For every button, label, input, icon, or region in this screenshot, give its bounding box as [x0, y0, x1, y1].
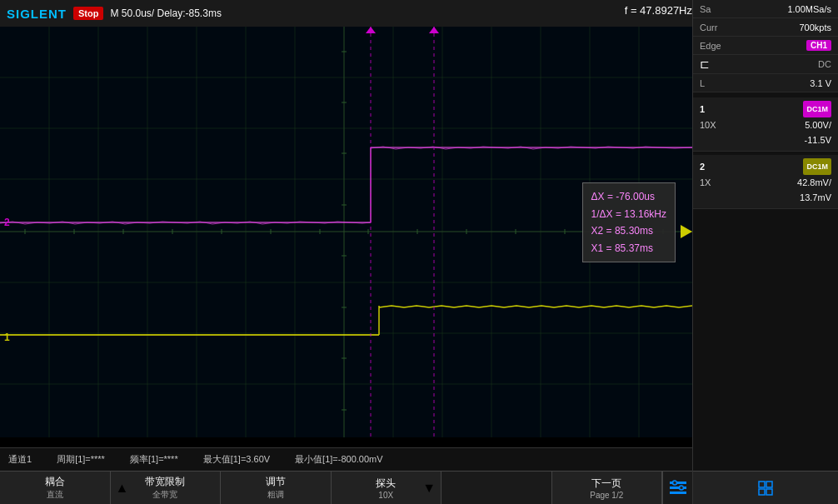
ch1-marker: 2	[2, 216, 12, 229]
svg-rect-54	[759, 489, 765, 495]
coupling-button[interactable]: 耦合 直流	[0, 472, 111, 504]
right-panel-bottom	[693, 471, 838, 504]
ch2-marker: 1	[2, 331, 12, 344]
freq-display: f = 47.8927Hz	[625, 4, 692, 17]
curr-row: Curr 700kpts	[693, 18, 838, 37]
status-bar: 通道1 周期[1]=**** 频率[1]=**** 最大值[1]=3.60V 最…	[0, 447, 692, 471]
bw-limit-button[interactable]: ▲ 带宽限制 全带宽	[111, 472, 222, 504]
next-page-button[interactable]: 下一页 Page 1/2	[552, 472, 663, 504]
svg-rect-52	[759, 482, 765, 487]
cursor-tooltip: ΔX = -76.00us 1/ΔX = 13.16kHz X2 = 85.30…	[582, 182, 676, 262]
svg-rect-55	[766, 489, 772, 495]
status-badge: Stop	[73, 7, 103, 20]
ch1-section: 1 DC1M 10X 5.00V/ -11.5V	[693, 97, 838, 152]
corner-icon	[662, 472, 692, 504]
svg-point-59	[672, 481, 676, 485]
adjust-button[interactable]: 调节 粗调	[221, 472, 332, 504]
spacer-button	[441, 472, 552, 504]
grid-icon	[757, 480, 774, 497]
level-row: L 3.1 V	[693, 74, 838, 92]
timebase-info: M 50.0us/ Delay:-85.3ms	[110, 7, 221, 19]
settings-icon	[668, 478, 688, 498]
probe-button[interactable]: ▼ 探头 10X	[332, 472, 442, 504]
ch2-section: 2 DC1M 1X 42.8mV/ 13.7mV	[693, 155, 838, 209]
edge-row: Edge CH1	[693, 37, 838, 55]
svg-rect-58	[670, 492, 686, 494]
siglent-logo: SIGLENT	[7, 7, 67, 21]
right-panel: Sa 1.00MSa/s Curr 700kpts Edge CH1 ⊏ DC …	[692, 0, 838, 504]
scope-area: 2 1 ΔX = -76.00us 1/ΔX = 13.16kHz X2 = 8…	[0, 27, 692, 437]
up-arrow-icon: ▲	[116, 481, 129, 496]
svg-rect-53	[766, 482, 772, 487]
svg-point-60	[679, 486, 683, 490]
trigger-row: ⊏ DC	[693, 55, 838, 74]
bottom-bar: 耦合 直流 ▲ 带宽限制 全带宽 调节 粗调 ▼ 探头 10X 下一页 Page…	[0, 471, 692, 504]
down-arrow-icon: ▼	[422, 481, 436, 496]
sa-row: Sa 1.00MSa/s	[693, 0, 838, 18]
